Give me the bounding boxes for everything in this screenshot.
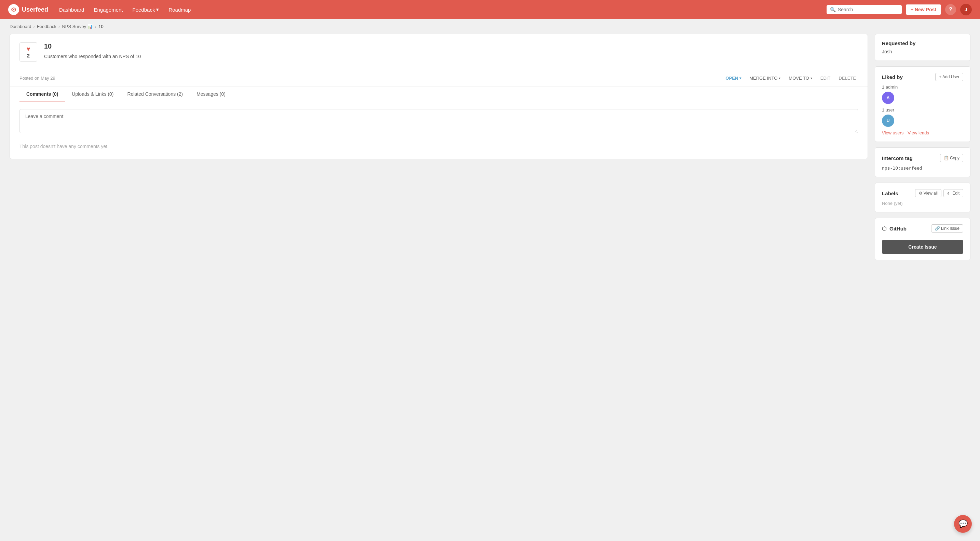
- nav-roadmap[interactable]: Roadmap: [169, 6, 191, 13]
- brand-logo: [8, 4, 19, 15]
- label-actions: ⚙ View all 🏷 Edit: [915, 189, 963, 197]
- breadcrumb-sep-1: ›: [33, 24, 35, 29]
- link-issue-button[interactable]: 🔗 Link Issue: [931, 224, 963, 233]
- tab-comments[interactable]: Comments (0): [19, 86, 65, 102]
- breadcrumb: Dashboard › Feedback › NPS Survey 📊 › 10: [0, 19, 980, 34]
- comment-input[interactable]: [19, 109, 858, 133]
- labels-header: Labels ⚙ View all 🏷 Edit: [882, 189, 963, 197]
- user-avatar: U: [882, 115, 894, 127]
- tab-uploads[interactable]: Uploads & Links (0): [65, 86, 120, 102]
- nav-feedback[interactable]: Feedback ▾: [132, 6, 159, 13]
- intercom-tag-card: Intercom tag 📋 Copy nps-10:userfeed: [875, 147, 970, 177]
- breadcrumb-nps-survey[interactable]: NPS Survey 📊: [62, 24, 92, 29]
- comment-area: [10, 102, 867, 141]
- post-body: 10 Customers who responded with an NPS o…: [44, 42, 858, 59]
- vote-heart-icon: ♥: [27, 45, 30, 53]
- github-title-group: ⬡ GitHub: [882, 225, 907, 232]
- brand[interactable]: Userfeed: [8, 4, 48, 15]
- admin-label: 1 admin: [882, 85, 963, 89]
- requested-by-value: Josh: [882, 49, 963, 54]
- help-button[interactable]: ?: [945, 4, 956, 15]
- user-label: 1 user: [882, 107, 963, 113]
- avatar[interactable]: J: [960, 4, 972, 15]
- delete-button[interactable]: DELETE: [837, 74, 858, 82]
- breadcrumb-feedback[interactable]: Feedback: [37, 24, 56, 29]
- github-header: ⬡ GitHub 🔗 Link Issue: [882, 224, 963, 233]
- nav-right: 🔍 + New Post ? J: [827, 4, 972, 15]
- view-all-labels-button[interactable]: ⚙ View all: [915, 189, 942, 197]
- edit-labels-button[interactable]: 🏷 Edit: [943, 189, 963, 197]
- search-box[interactable]: 🔍: [827, 5, 902, 14]
- admin-avatar-row: A: [882, 92, 963, 104]
- github-card: ⬡ GitHub 🔗 Link Issue Create Issue: [875, 218, 970, 260]
- navbar: Userfeed Dashboard Engagement Feedback ▾…: [0, 0, 980, 19]
- search-icon: 🔍: [830, 7, 836, 12]
- copy-button[interactable]: 📋 Copy: [940, 154, 963, 162]
- liked-section: 1 admin A 1 user U View users View leads: [882, 85, 963, 136]
- new-post-button[interactable]: + New Post: [906, 5, 941, 15]
- requested-by-card: Requested by Josh: [875, 34, 970, 61]
- action-buttons: OPEN ▾ MERGE INTO ▾ MOVE TO ▾ EDIT DELET…: [723, 74, 858, 82]
- post-header: ♥ 2 10 Customers who responded with an N…: [10, 34, 867, 70]
- post-description: Customers who responded with an NPS of 1…: [44, 54, 858, 59]
- none-label: None (yet): [882, 201, 963, 206]
- labels-title: Labels: [882, 190, 898, 196]
- github-title: GitHub: [889, 226, 907, 231]
- move-dropdown-arrow: ▾: [810, 76, 812, 80]
- vote-box[interactable]: ♥ 2: [19, 42, 37, 62]
- tab-messages[interactable]: Messages (0): [189, 86, 232, 102]
- view-links: View users View leads: [882, 130, 963, 136]
- liked-by-card: Liked by + Add User 1 admin A 1 user U V…: [875, 66, 970, 142]
- liked-by-header: Liked by + Add User: [882, 73, 963, 81]
- nav-dashboard[interactable]: Dashboard: [59, 6, 84, 13]
- open-dropdown-arrow: ▾: [740, 76, 741, 80]
- admin-avatar: A: [882, 92, 894, 104]
- main-content: ♥ 2 10 Customers who responded with an N…: [10, 34, 868, 159]
- liked-by-title: Liked by: [882, 74, 903, 80]
- breadcrumb-dashboard[interactable]: Dashboard: [10, 24, 32, 29]
- open-button[interactable]: OPEN ▾: [723, 74, 743, 82]
- edit-button[interactable]: EDIT: [818, 74, 833, 82]
- intercom-tag-header: Intercom tag 📋 Copy: [882, 154, 963, 162]
- search-input[interactable]: [838, 7, 898, 12]
- page-layout: ♥ 2 10 Customers who responded with an N…: [0, 34, 980, 270]
- vote-count: 2: [27, 53, 30, 59]
- sidebar: Requested by Josh Liked by + Add User 1 …: [875, 34, 970, 260]
- post-title: 10: [44, 42, 858, 50]
- labels-card: Labels ⚙ View all 🏷 Edit None (yet): [875, 183, 970, 212]
- user-avatar-row: U: [882, 115, 963, 127]
- nav-links: Dashboard Engagement Feedback ▾ Roadmap: [59, 6, 816, 13]
- nav-engagement[interactable]: Engagement: [94, 6, 123, 13]
- intercom-tag-value: nps-10:userfeed: [882, 166, 963, 171]
- post-actions: Posted on May 29 OPEN ▾ MERGE INTO ▾ MOV…: [10, 70, 867, 86]
- feedback-dropdown-arrow: ▾: [156, 6, 159, 13]
- merge-into-button[interactable]: MERGE INTO ▾: [747, 74, 783, 82]
- merge-dropdown-arrow: ▾: [779, 76, 780, 80]
- add-user-button[interactable]: + Add User: [935, 73, 963, 81]
- requested-by-title: Requested by: [882, 40, 963, 46]
- no-comments-message: This post doesn't have any comments yet.: [10, 141, 867, 159]
- view-users-link[interactable]: View users: [882, 130, 904, 136]
- post-date: Posted on May 29: [19, 76, 56, 81]
- brand-name: Userfeed: [22, 6, 48, 13]
- github-icon: ⬡: [882, 225, 887, 232]
- intercom-tag-title: Intercom tag: [882, 155, 913, 161]
- view-leads-link[interactable]: View leads: [908, 130, 929, 136]
- move-to-button[interactable]: MOVE TO ▾: [787, 74, 814, 82]
- breadcrumb-current: 10: [99, 24, 103, 29]
- create-issue-button[interactable]: Create Issue: [882, 240, 963, 254]
- tabs: Comments (0) Uploads & Links (0) Related…: [10, 86, 867, 102]
- breadcrumb-sep-2: ›: [59, 24, 60, 29]
- breadcrumb-sep-3: ›: [95, 24, 96, 29]
- tab-conversations[interactable]: Related Conversations (2): [121, 86, 190, 102]
